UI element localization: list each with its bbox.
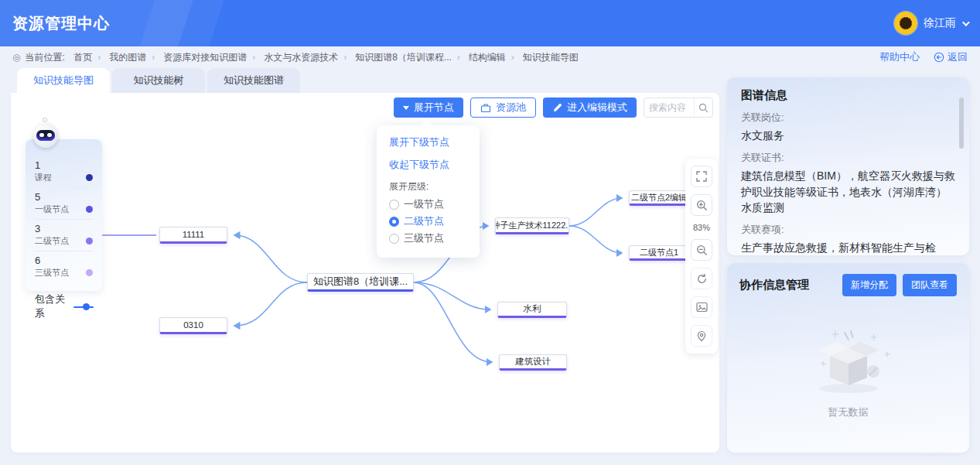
- mindmap-panel: 知识技能导图 知识技能树 知识技能图谱 展开节点 资源池 进入编辑模式: [11, 68, 719, 453]
- briefcase-icon: [480, 103, 491, 113]
- header-decor: [138, 0, 226, 46]
- empty-text: 暂无数据: [727, 405, 969, 419]
- radio-icon: [389, 234, 399, 244]
- breadcrumb-item-current: 知识技能导图: [523, 51, 579, 64]
- radio-level-3[interactable]: 三级节点: [389, 231, 467, 245]
- back-link[interactable]: 返回: [934, 50, 968, 64]
- user-avatar: [894, 12, 917, 35]
- related-certs-value: 建筑信息模型（BIM），航空器灭火救援与救护职业技能等级证书，地表水（河湖库湾）…: [741, 168, 955, 215]
- collapse-children-link[interactable]: 收起下级节点: [389, 158, 467, 172]
- image-icon: [696, 302, 708, 313]
- zoom-out-icon: [696, 244, 708, 256]
- mindmap-node[interactable]: 二级节点2编辑: [629, 190, 689, 206]
- legend-dot: [86, 206, 93, 213]
- related-competitions-label: 关联赛项:: [741, 223, 955, 237]
- export-image-button[interactable]: [691, 296, 712, 318]
- mindmap-node[interactable]: 水利: [497, 302, 567, 318]
- mindmap-node[interactable]: 二级节点1: [629, 245, 689, 261]
- graph-info-title: 图谱信息: [741, 88, 955, 103]
- pencil-icon: [552, 103, 562, 113]
- breadcrumb-bar: ◎ 当前位置: 首页 我的图谱 资源库对接知识图谱 水文与水资源技术 知识图谱8…: [0, 46, 980, 68]
- back-icon: [934, 52, 944, 63]
- resource-pool-button[interactable]: 资源池: [470, 97, 536, 118]
- view-tabs: 知识技能导图 知识技能树 知识技能图谱: [17, 68, 719, 93]
- fullscreen-button[interactable]: [691, 166, 712, 187]
- radio-level-1[interactable]: 一级节点: [389, 197, 467, 211]
- add-assignment-button[interactable]: 新增分配: [842, 274, 896, 296]
- fullscreen-icon: [696, 171, 707, 182]
- username: 徐江雨: [924, 16, 956, 30]
- tab-knowledge-skill-tree[interactable]: 知识技能树: [112, 68, 205, 93]
- refresh-button[interactable]: [691, 268, 712, 289]
- tab-knowledge-skill-mindmap[interactable]: 知识技能导图: [17, 68, 110, 93]
- related-posts-label: 关联岗位:: [741, 111, 955, 125]
- breadcrumb: ◎ 当前位置: 首页 我的图谱 资源库对接知识图谱 水文与水资源技术 知识图谱8…: [12, 51, 579, 64]
- breadcrumb-prefix: 当前位置:: [25, 51, 64, 64]
- mindmap-node[interactable]: 0310: [159, 317, 227, 334]
- related-certs-label: 关联证书:: [741, 151, 955, 165]
- canvas-tools: 83%: [685, 159, 718, 354]
- mindmap-node[interactable]: 建筑设计: [499, 354, 567, 371]
- zoom-in-button[interactable]: [691, 194, 712, 216]
- search-input[interactable]: [644, 102, 694, 113]
- expand-children-link[interactable]: 展开下级节点: [389, 135, 467, 149]
- search-icon: [698, 103, 709, 113]
- legend-row-level1: 5 一级节点: [35, 188, 93, 220]
- breadcrumb-item[interactable]: 结构编辑: [469, 51, 520, 64]
- user-menu[interactable]: 徐江雨: [894, 0, 968, 46]
- breadcrumb-item[interactable]: 我的图谱: [109, 51, 160, 64]
- legend-row-level2: 3 二级节点: [35, 220, 93, 251]
- mindmap-canvas[interactable]: 展开节点 资源池 进入编辑模式 展开下: [11, 93, 719, 453]
- related-competitions-value: 生产事故应急救援，新材料智能生产与检测，新型电力系统技术与应用，地理空间信息采集…: [741, 240, 955, 255]
- radio-icon: [389, 200, 399, 210]
- app-header: 资源管理中心 徐江雨: [0, 0, 980, 46]
- legend-dot: [86, 238, 93, 244]
- robot-icon[interactable]: [33, 123, 58, 148]
- radio-level-2[interactable]: 二级节点: [389, 214, 467, 228]
- team-view-button[interactable]: 团队查看: [903, 274, 957, 296]
- locate-icon: [696, 330, 707, 342]
- empty-state: 暂无数据: [727, 323, 969, 419]
- mindmap-node[interactable]: 种子生产技术11222...: [495, 217, 569, 234]
- mindmap-node-root[interactable]: 知识图谱8（培训课...: [307, 273, 414, 292]
- enter-edit-mode-button[interactable]: 进入编辑模式: [543, 97, 637, 118]
- radio-icon: [389, 217, 399, 227]
- search-box: [644, 97, 713, 118]
- zoom-in-icon: [696, 200, 708, 211]
- search-button[interactable]: [694, 98, 712, 117]
- breadcrumb-item[interactable]: 知识图谱8（培训课程...: [355, 51, 466, 64]
- breadcrumb-item[interactable]: 资源库对接知识图谱: [163, 51, 261, 64]
- legend-row-level3: 6 三级节点: [35, 251, 93, 282]
- collaboration-title: 协作信息管理: [739, 278, 809, 292]
- legend-dot: [86, 269, 93, 276]
- legend-relation: 包含关系: [35, 292, 93, 320]
- collaboration-card: 协作信息管理 新增分配 团队查看: [727, 263, 969, 453]
- breadcrumb-item[interactable]: 首页: [73, 51, 106, 64]
- app-title: 资源管理中心: [12, 0, 110, 46]
- tab-knowledge-skill-graph[interactable]: 知识技能图谱: [207, 68, 300, 93]
- scrollbar[interactable]: [959, 97, 964, 149]
- legend-dot: [86, 174, 93, 181]
- chevron-down-icon: [962, 19, 970, 26]
- legend-row-course: 1 课程: [35, 156, 93, 188]
- graph-info-card: 图谱信息 关联岗位: 水文服务 关联证书: 建筑信息模型（BIM），航空器灭火救…: [727, 77, 969, 255]
- caret-down-icon: [403, 106, 409, 110]
- map-toolbar: 展开节点 资源池 进入编辑模式: [394, 97, 713, 118]
- expand-node-button[interactable]: 展开节点: [394, 97, 463, 118]
- help-center-link[interactable]: 帮助中心: [879, 50, 920, 64]
- legend-panel: 1 课程 5 一级节点 3 二级节点 6 三级节点 包含关系: [26, 139, 102, 291]
- relation-arrow-icon: [73, 303, 93, 310]
- locate-button[interactable]: [691, 325, 712, 347]
- related-posts-value: 水文服务: [741, 128, 955, 143]
- refresh-icon: [696, 273, 708, 285]
- expand-level-label: 展开层级:: [389, 180, 467, 193]
- breadcrumb-item[interactable]: 水文与水资源技术: [264, 51, 352, 64]
- location-icon: ◎: [12, 52, 20, 63]
- empty-box-icon: [798, 323, 899, 398]
- zoom-level: 83%: [693, 223, 710, 232]
- expand-node-dropdown: 展开下级节点 收起下级节点 展开层级: 一级节点 二级节点 三级节点: [377, 125, 480, 258]
- mindmap-node[interactable]: 11111: [159, 227, 227, 244]
- zoom-out-button[interactable]: [691, 239, 712, 261]
- page: 资源管理中心 徐江雨 ◎ 当前位置: 首页 我的图谱 资源库对接知识图谱 水文与…: [0, 0, 980, 465]
